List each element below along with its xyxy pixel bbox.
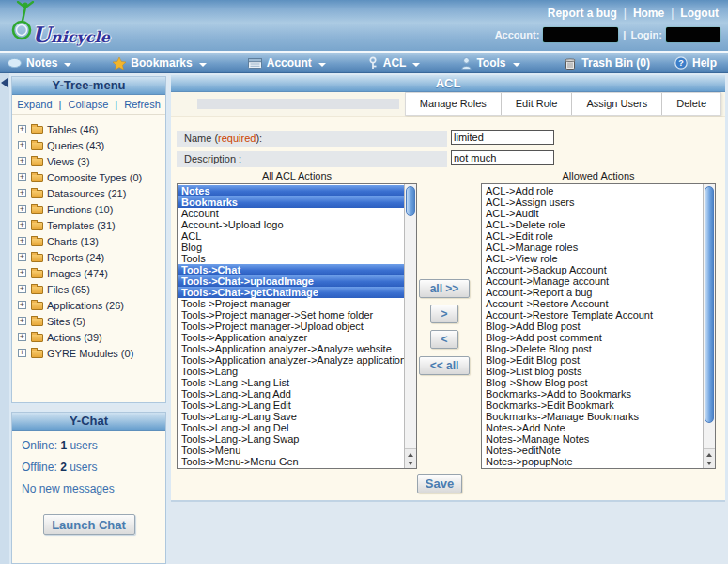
scroll-down-icon[interactable] [408, 462, 413, 465]
tree-item[interactable]: +Actions (39) [18, 329, 163, 345]
expand-plus-icon[interactable]: + [18, 269, 26, 277]
acl-action-option[interactable]: Tools->Chat->getChatImage [178, 287, 405, 298]
allowed-action-option[interactable]: Blog->Delete Blog post [482, 343, 704, 354]
tree-item[interactable]: +Files (65) [18, 281, 163, 297]
expand-plus-icon[interactable]: + [18, 205, 26, 213]
tab-assign-users[interactable]: Assign Users [571, 93, 661, 115]
allowed-action-option[interactable]: Blog->Add post comment [482, 332, 704, 343]
allowed-action-option[interactable]: Blog->Edit Blog post [482, 354, 704, 366]
allowed-action-option[interactable]: Notes->Manage Notes [482, 433, 704, 445]
collapse-sidebar-arrow-icon[interactable] [1, 78, 8, 87]
move-all-right-button[interactable]: all >> [419, 279, 470, 298]
acl-action-option[interactable]: Tools->Lang->Lang Add [178, 388, 405, 400]
acl-action-option[interactable]: Tools->Lang->Lang List [178, 377, 405, 388]
all-actions-listbox[interactable]: NotesBookmarksAccountAccount->Upload log… [177, 183, 417, 469]
tree-item[interactable]: +Views (3) [18, 153, 163, 169]
acl-action-option[interactable]: Account->Upload logo [178, 219, 405, 230]
tree-item[interactable]: +Functions (10) [18, 201, 163, 217]
tree-item[interactable]: +Composite Types (0) [18, 169, 163, 185]
scrollbar[interactable] [703, 184, 715, 468]
role-description-input[interactable] [451, 150, 554, 165]
acl-action-option[interactable]: Tools->Application analyzer [178, 332, 405, 343]
tree-item[interactable]: +Queries (43) [18, 137, 163, 153]
allowed-action-option[interactable]: ACL->Assign users [482, 196, 704, 208]
tree-item[interactable]: +Charts (13) [18, 233, 163, 249]
tree-item[interactable]: +Applications (26) [18, 297, 163, 313]
expand-plus-icon[interactable]: + [18, 333, 26, 341]
allowed-action-option[interactable]: Account->Report a bug [482, 287, 704, 298]
allowed-action-option[interactable]: Blog->Show Blog post [482, 377, 704, 388]
allowed-action-option[interactable]: ACL->Manage roles [482, 242, 704, 253]
home-link[interactable]: Home [633, 7, 664, 20]
tab-edit-role[interactable]: Edit Role [501, 93, 572, 115]
allowed-action-option[interactable]: Notes->popupNote [482, 456, 704, 467]
acl-action-option[interactable]: Tools->Project manager->Upload object [178, 321, 405, 332]
launch-chat-button[interactable]: Launch Chat [43, 514, 135, 535]
allowed-action-option[interactable]: Notes->editNote [482, 445, 704, 456]
expand-plus-icon[interactable]: + [18, 317, 26, 325]
allowed-action-option[interactable]: Blog->Add Blog post [482, 321, 704, 332]
tree-item[interactable]: +Sites (5) [18, 313, 163, 329]
expand-plus-icon[interactable]: + [18, 237, 26, 245]
allowed-action-option[interactable]: Blog->List blog posts [482, 366, 704, 377]
allowed-action-option[interactable]: Account->Manage account [482, 275, 704, 287]
allowed-action-option[interactable]: Notes->Add Note [482, 422, 704, 433]
tree-item[interactable]: +Datasources (21) [18, 185, 163, 201]
tree-item[interactable]: +Tables (46) [18, 121, 163, 137]
acl-action-option[interactable]: Tools->Application analyzer->Analyze web… [178, 343, 405, 354]
scroll-up-icon[interactable] [408, 453, 413, 457]
acl-action-option[interactable]: Tools->Chat [178, 264, 405, 275]
acl-action-option[interactable]: Tools->Menu [178, 445, 405, 456]
acl-action-option[interactable]: Bookmarks [178, 196, 405, 208]
scroll-up-icon[interactable] [706, 453, 712, 457]
save-button[interactable]: Save [417, 474, 462, 494]
tab-manage-roles[interactable]: Manage Roles [406, 93, 501, 115]
expand-plus-icon[interactable]: + [18, 221, 26, 229]
nav-item-tools[interactable]: Tools [461, 56, 519, 70]
acl-action-option[interactable]: Notes [178, 185, 405, 196]
scroll-arrows[interactable] [704, 448, 715, 468]
scroll-arrows[interactable] [405, 448, 416, 468]
allowed-action-option[interactable]: Account->Restore Template Account [482, 309, 704, 321]
refresh-link[interactable]: Refresh [124, 99, 161, 110]
allowed-action-option[interactable]: ACL->View role [482, 253, 704, 264]
allowed-action-option[interactable]: ACL->Add role [482, 185, 704, 196]
role-name-input[interactable] [451, 130, 554, 145]
acl-action-option[interactable]: Tools [178, 253, 405, 264]
expand-plus-icon[interactable]: + [18, 285, 26, 293]
expand-plus-icon[interactable]: + [18, 301, 26, 309]
scroll-down-icon[interactable] [706, 462, 712, 465]
acl-action-option[interactable]: Tools->Application analyzer->Analyze app… [178, 354, 405, 366]
move-all-left-button[interactable]: << all [419, 356, 470, 375]
nav-item-bookmarks[interactable]: Bookmarks [113, 56, 206, 70]
collapse-all-link[interactable]: Collapse [68, 99, 108, 110]
acl-action-option[interactable]: Blog [178, 242, 405, 253]
acl-action-option[interactable]: Tools->Menu->Menu Gen [178, 456, 405, 467]
expand-plus-icon[interactable]: + [18, 349, 26, 357]
trash-bin-button[interactable]: Trash Bin (0) [564, 56, 650, 70]
allowed-actions-listbox[interactable]: ACL->Add roleACL->Assign usersACL->Audit… [481, 183, 716, 469]
sidebar-collapse-strip[interactable] [0, 73, 9, 564]
acl-action-option[interactable]: Account [178, 208, 405, 219]
acl-action-option[interactable]: Tools->Lang->Lang Save [178, 411, 405, 422]
nav-item-acl[interactable]: ACL [367, 56, 421, 70]
logout-link[interactable]: Logout [680, 7, 719, 20]
tree-item[interactable]: +GYRE Modules (0) [18, 345, 163, 361]
scroll-thumb[interactable] [406, 186, 415, 216]
expand-all-link[interactable]: Expand [17, 99, 52, 110]
allowed-action-option[interactable]: ACL->Delete role [482, 219, 704, 230]
allowed-action-option[interactable]: ACL->Audit [482, 208, 704, 219]
acl-action-option[interactable]: ACL [178, 230, 405, 242]
tree-item[interactable]: +Templates (31) [18, 217, 163, 233]
move-one-left-button[interactable]: < [430, 330, 458, 349]
tab-delete[interactable]: Delete [661, 93, 720, 115]
scrollbar[interactable] [404, 184, 416, 468]
allowed-action-option[interactable]: Bookmarks->Edit Bookmark [482, 400, 704, 411]
expand-plus-icon[interactable]: + [18, 141, 26, 149]
allowed-action-option[interactable]: Account->Restore Account [482, 298, 704, 309]
scroll-thumb[interactable] [705, 186, 714, 423]
expand-plus-icon[interactable]: + [18, 125, 26, 133]
move-one-right-button[interactable]: > [430, 305, 458, 323]
acl-action-option[interactable]: Tools->Lang->Lang Swap [178, 433, 405, 445]
help-button[interactable]: ? Help [674, 56, 717, 70]
